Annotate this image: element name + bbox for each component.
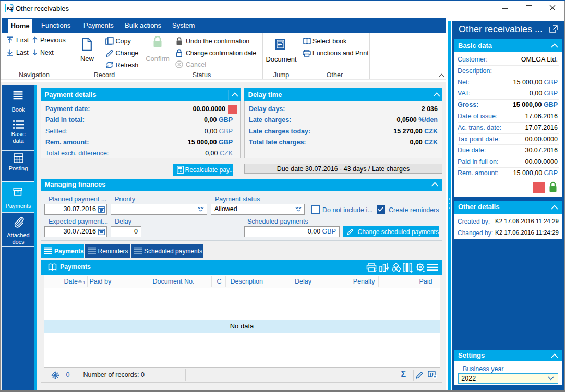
svg-text:K2: K2 bbox=[7, 6, 13, 11]
